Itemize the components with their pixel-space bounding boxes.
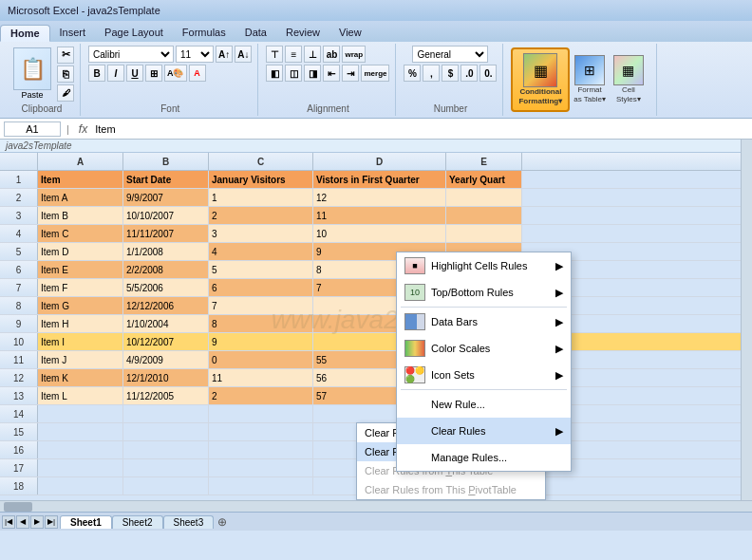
top-bottom-rules-item[interactable]: 10 Top/Bottom Rules ▶ xyxy=(397,279,571,306)
cell-a7[interactable]: Item F xyxy=(38,279,123,296)
bold-button[interactable]: B xyxy=(88,65,105,82)
tab-formulas[interactable]: Formulas xyxy=(173,25,235,42)
cell-c4[interactable]: 3 xyxy=(209,225,313,242)
cell-e2[interactable] xyxy=(446,189,522,206)
insert-sheet-button[interactable]: ⊕ xyxy=(214,515,231,529)
cell-a9[interactable]: Item H xyxy=(38,315,123,332)
cell-c13[interactable]: 2 xyxy=(209,387,313,404)
cell-e4[interactable] xyxy=(446,225,522,242)
indent-decrease-button[interactable]: ⇤ xyxy=(323,65,340,82)
cell-b12[interactable]: 12/1/2010 xyxy=(123,369,209,386)
tab-view[interactable]: View xyxy=(329,25,371,42)
cell-b5[interactable]: 1/1/2008 xyxy=(123,243,209,260)
vertical-scrollbar[interactable] xyxy=(741,140,752,500)
cell-b2[interactable]: 9/9/2007 xyxy=(123,189,209,206)
cell-c12[interactable]: 11 xyxy=(209,369,313,386)
tab-home[interactable]: Home xyxy=(0,25,50,42)
cell-b7[interactable]: 5/5/2006 xyxy=(123,279,209,296)
cell-c9[interactable]: 8 xyxy=(209,315,313,332)
cell-c1[interactable]: January Visitors xyxy=(209,171,313,188)
new-rule-item[interactable]: New Rule... xyxy=(397,391,571,418)
last-sheet-button[interactable]: ▶| xyxy=(45,515,58,529)
cut-button[interactable]: ✂ xyxy=(57,47,74,64)
cell-c5[interactable]: 4 xyxy=(209,243,313,260)
format-painter-button[interactable]: 🖌 xyxy=(57,84,74,102)
sheet-tab-sheet3[interactable]: Sheet3 xyxy=(163,515,215,529)
icon-sets-item[interactable]: 🔴🟡🟢 Icon Sets ▶ xyxy=(397,362,571,388)
sheet-tab-sheet1[interactable]: Sheet1 xyxy=(60,515,112,529)
font-size-select[interactable]: 11 xyxy=(176,46,214,63)
color-scales-item[interactable]: Color Scales ▶ xyxy=(397,335,571,362)
cell-a1[interactable]: Item xyxy=(38,171,123,188)
decimal-decrease-button[interactable]: 0. xyxy=(479,65,497,82)
cell-c2[interactable]: 1 xyxy=(209,189,313,206)
cell-b10[interactable]: 10/12/2007 xyxy=(123,333,209,350)
align-middle-button[interactable]: ≡ xyxy=(285,46,302,63)
number-format-select[interactable]: General xyxy=(412,46,488,63)
cell-b3[interactable]: 10/10/2007 xyxy=(123,207,209,224)
decrease-font-button[interactable]: A↓ xyxy=(235,46,252,63)
fill-color-button[interactable]: A🎨 xyxy=(164,65,187,82)
border-button[interactable]: ⊞ xyxy=(145,65,162,82)
format-table-button[interactable]: ⊞ Formatas Table▾ xyxy=(570,53,610,105)
increase-font-button[interactable]: A↑ xyxy=(216,46,233,63)
cell-a2[interactable]: Item A xyxy=(38,189,123,206)
cell-c3[interactable]: 2 xyxy=(209,207,313,224)
data-bars-item[interactable]: Data Bars ▶ xyxy=(397,308,571,335)
cell-b4[interactable]: 11/11/2007 xyxy=(123,225,209,242)
cell-b1[interactable]: Start Date xyxy=(123,171,209,188)
cell-e1[interactable]: Yearly Quart xyxy=(446,171,522,188)
copy-button[interactable]: ⎘ xyxy=(57,65,74,83)
formula-input[interactable] xyxy=(95,123,748,135)
cell-b8[interactable]: 12/12/2006 xyxy=(123,297,209,314)
cell-e3[interactable] xyxy=(446,207,522,224)
font-name-select[interactable]: Calibri xyxy=(88,46,174,63)
first-sheet-button[interactable]: |◀ xyxy=(2,515,15,529)
cell-d2[interactable]: 12 xyxy=(313,189,446,206)
cell-a11[interactable]: Item J xyxy=(38,351,123,368)
cell-a5[interactable]: Item D xyxy=(38,243,123,260)
merge-button[interactable]: merge xyxy=(361,65,389,82)
cell-b13[interactable]: 11/12/2005 xyxy=(123,387,209,404)
italic-button[interactable]: I xyxy=(107,65,124,82)
indent-increase-button[interactable]: ⇥ xyxy=(342,65,359,82)
align-bottom-button[interactable]: ⊥ xyxy=(304,46,321,63)
align-center-button[interactable]: ◫ xyxy=(285,65,302,82)
paste-button[interactable]: 📋 Paste xyxy=(9,46,55,102)
cell-a3[interactable]: Item B xyxy=(38,207,123,224)
next-sheet-button[interactable]: ▶ xyxy=(30,515,44,529)
cell-b11[interactable]: 4/9/2009 xyxy=(123,351,209,368)
cell-a8[interactable]: Item G xyxy=(38,297,123,314)
decimal-increase-button[interactable]: .0 xyxy=(461,65,478,82)
cell-a13[interactable]: Item L xyxy=(38,387,123,404)
cell-b6[interactable]: 2/2/2008 xyxy=(123,261,209,278)
tab-insert[interactable]: Insert xyxy=(50,25,96,42)
cell-a14[interactable] xyxy=(38,405,123,422)
align-top-button[interactable]: ⊤ xyxy=(266,46,283,63)
cell-a10[interactable]: Item I xyxy=(38,333,123,350)
clear-rules-item[interactable]: Clear Rules ▶ xyxy=(397,418,571,444)
cell-c11[interactable]: 0 xyxy=(209,351,313,368)
cell-a6[interactable]: Item E xyxy=(38,261,123,278)
prev-sheet-button[interactable]: ◀ xyxy=(16,515,29,529)
cell-reference-input[interactable] xyxy=(4,121,61,137)
cell-c14[interactable] xyxy=(209,405,313,422)
horizontal-scrollbar[interactable] xyxy=(0,500,752,512)
cell-b9[interactable]: 1/10/2004 xyxy=(123,315,209,332)
wrap-text-button[interactable]: wrap xyxy=(342,46,366,63)
scrollbar-thumb[interactable] xyxy=(4,502,32,512)
cell-d3[interactable]: 11 xyxy=(313,207,446,224)
cell-c8[interactable]: 7 xyxy=(209,297,313,314)
cell-d1[interactable]: Vistors in First Quarter xyxy=(313,171,446,188)
comma-button[interactable]: , xyxy=(423,65,440,82)
cell-c10[interactable]: 9 xyxy=(209,333,313,350)
cell-b14[interactable] xyxy=(123,405,209,422)
cell-c6[interactable]: 5 xyxy=(209,261,313,278)
tab-review[interactable]: Review xyxy=(276,25,329,42)
dollar-button[interactable]: $ xyxy=(442,65,459,82)
align-left-button[interactable]: ◧ xyxy=(266,65,283,82)
font-color-button[interactable]: A xyxy=(189,65,206,82)
underline-button[interactable]: U xyxy=(126,65,143,82)
tab-data[interactable]: Data xyxy=(235,25,276,42)
cell-a4[interactable]: Item C xyxy=(38,225,123,242)
